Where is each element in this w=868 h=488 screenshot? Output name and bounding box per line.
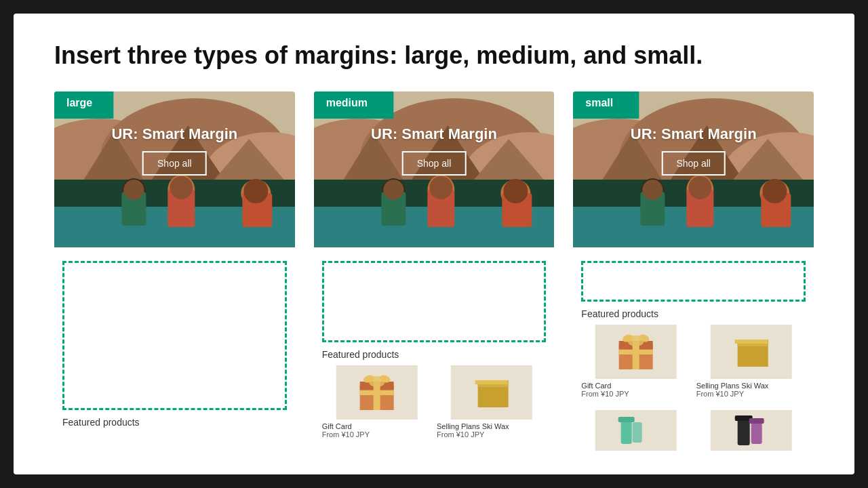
medium-product-1-image: [322, 365, 431, 420]
small-product-1-price: From ¥10 JPY: [581, 390, 690, 398]
medium-product-2-name: Selling Plans Ski Wax: [437, 422, 546, 430]
small-badge: small: [573, 92, 625, 115]
card-large-body: Featured products: [54, 247, 295, 466]
page-title: Insert three types of margins: large, me…: [54, 41, 814, 70]
cards-row: large UR: Smart Margin Shop all Featured…: [54, 92, 814, 466]
small-product-3: [581, 403, 690, 458]
large-badge: large: [54, 92, 104, 115]
svg-point-36: [429, 176, 452, 199]
small-product-2-image: [696, 325, 806, 379]
svg-rect-92: [749, 418, 764, 424]
medium-shop-all-button[interactable]: Shop all: [402, 151, 467, 176]
svg-point-19: [243, 179, 268, 203]
small-shop-all-button[interactable]: Shop all: [661, 151, 726, 176]
small-product-3-image: [581, 403, 690, 458]
svg-point-68: [689, 176, 712, 199]
svg-rect-87: [633, 422, 642, 443]
small-hero-title: UR: Smart Margin: [573, 125, 814, 143]
card-small-body: Featured products: [573, 247, 814, 466]
medium-badge: medium: [314, 92, 380, 115]
card-medium-hero: medium UR: Smart Margin Shop all: [314, 92, 555, 247]
small-dashed-box: [581, 261, 806, 302]
medium-product-2-image: [437, 365, 546, 420]
small-product-1-name: Gift Card: [581, 382, 690, 390]
small-product-2: Selling Plans Ski Wax From ¥10 JPY: [696, 325, 806, 398]
small-product-4-image: [696, 403, 806, 458]
medium-product-2-price: From ¥10 JPY: [437, 430, 546, 439]
svg-point-71: [763, 179, 787, 203]
main-container: Insert three types of margins: large, me…: [14, 14, 854, 474]
medium-dashed-box: [322, 261, 547, 342]
small-products-grid-2: [581, 403, 806, 458]
svg-rect-89: [737, 417, 749, 445]
large-dashed-box: [62, 261, 287, 410]
svg-point-39: [503, 179, 528, 203]
small-featured-label: Featured products: [581, 308, 806, 319]
card-small: small UR: Smart Margin Shop all Featured…: [573, 92, 814, 466]
svg-rect-91: [751, 421, 762, 444]
medium-product-1-price: From ¥10 JPY: [322, 430, 431, 439]
medium-product-1: Gift Card From ¥10 JPY: [322, 365, 431, 439]
svg-rect-51: [475, 380, 508, 384]
medium-product-1-name: Gift Card: [322, 422, 431, 430]
small-products-grid: Gift Card From ¥10 JPY Selling: [581, 325, 806, 398]
small-product-2-name: Selling Plans Ski Wax: [696, 382, 806, 390]
svg-rect-83: [734, 340, 767, 344]
card-small-hero: small UR: Smart Margin Shop all: [573, 92, 814, 247]
svg-point-16: [170, 176, 193, 199]
svg-point-33: [383, 180, 403, 200]
card-large-hero: large UR: Smart Margin Shop all: [54, 92, 295, 247]
card-medium-body: Featured products: [314, 247, 555, 466]
svg-point-65: [643, 180, 663, 200]
svg-rect-86: [618, 417, 635, 422]
card-medium: medium UR: Smart Margin Shop all Feature…: [314, 92, 555, 466]
small-product-1-image: [581, 325, 690, 379]
card-large: large UR: Smart Margin Shop all Featured…: [54, 92, 295, 466]
medium-products-grid: Gift Card From ¥10 JPY: [322, 365, 547, 439]
large-featured-label: Featured products: [62, 417, 287, 428]
small-product-2-price: From ¥10 JPY: [696, 390, 806, 398]
large-hero-title: UR: Smart Margin: [54, 125, 295, 143]
small-product-4: [696, 403, 806, 458]
medium-hero-title: UR: Smart Margin: [314, 125, 555, 143]
medium-featured-label: Featured products: [322, 349, 547, 360]
small-product-1: Gift Card From ¥10 JPY: [581, 325, 690, 398]
svg-point-13: [123, 180, 144, 200]
large-shop-all-button[interactable]: Shop all: [142, 151, 207, 176]
svg-rect-85: [621, 420, 632, 444]
medium-product-2: Selling Plans Ski Wax From ¥10 JPY: [437, 365, 546, 439]
